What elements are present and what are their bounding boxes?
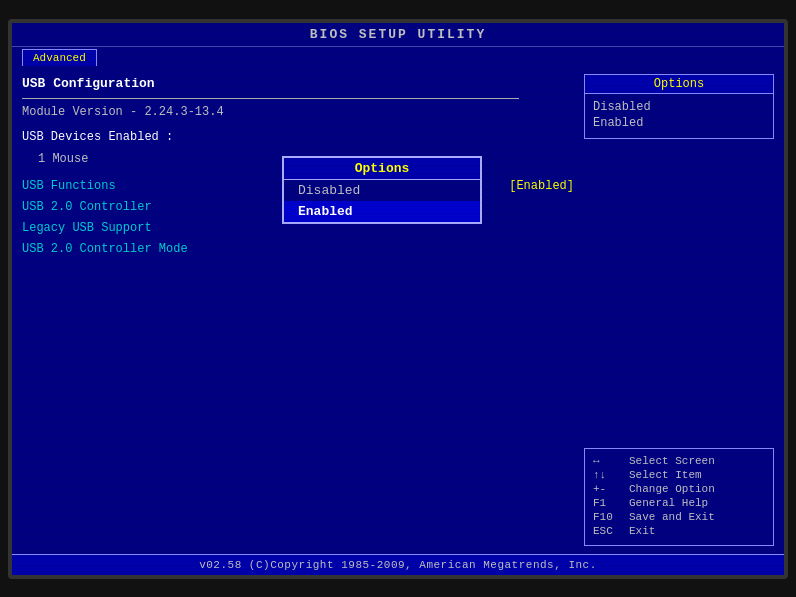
option-disabled: Disabled — [593, 100, 765, 114]
help-desc-select-item: Select Item — [629, 469, 702, 481]
left-panel: USB Configuration Module Version - 2.24.… — [22, 74, 574, 546]
help-general-help: F1 General Help — [593, 497, 765, 509]
usb-devices-label: USB Devices Enabled : — [22, 128, 574, 147]
help-desc-select-screen: Select Screen — [629, 455, 715, 467]
help-select-item: ↑↓ Select Item — [593, 469, 765, 481]
popup-option-disabled[interactable]: Disabled — [284, 180, 480, 201]
options-header: Options — [585, 75, 773, 94]
help-select-screen: ↔ Select Screen — [593, 455, 765, 467]
help-desc-esc: Exit — [629, 525, 655, 537]
help-key-updown: ↑↓ — [593, 469, 621, 481]
options-box: Options Disabled Enabled — [584, 74, 774, 139]
help-key-arrows: ↔ — [593, 455, 621, 467]
menu-label-legacy-usb: Legacy USB Support — [22, 219, 152, 238]
menu-value-usb-functions: [Enabled] — [509, 177, 574, 196]
menu-label-usb-functions: USB Functions — [22, 177, 116, 196]
help-save-exit: F10 Save and Exit — [593, 511, 765, 523]
help-change-option: +- Change Option — [593, 483, 765, 495]
popup-overlay: Options Disabled Enabled — [282, 156, 482, 224]
footer-bar: v02.58 (C)Copyright 1985-2009, American … — [12, 554, 784, 575]
menu-row-usb20-mode[interactable]: USB 2.0 Controller Mode — [22, 240, 574, 259]
help-desc-change-option: Change Option — [629, 483, 715, 495]
menu-label-usb20-controller: USB 2.0 Controller — [22, 198, 152, 217]
right-panel: Options Disabled Enabled ↔ Select Screen… — [584, 74, 774, 546]
popup-box: Options Disabled Enabled — [282, 156, 482, 224]
tab-bar: Advanced — [12, 47, 784, 66]
help-desc-general-help: General Help — [629, 497, 708, 509]
bios-title: BIOS SETUP UTILITY — [12, 23, 784, 47]
option-enabled: Enabled — [593, 116, 765, 130]
help-box: ↔ Select Screen ↑↓ Select Item +- Change… — [584, 448, 774, 546]
help-key-plusminus: +- — [593, 483, 621, 495]
help-desc-save-exit: Save and Exit — [629, 511, 715, 523]
help-esc: ESC Exit — [593, 525, 765, 537]
section-title: USB Configuration — [22, 74, 574, 95]
tab-advanced[interactable]: Advanced — [22, 49, 97, 66]
divider — [22, 98, 519, 99]
popup-option-enabled[interactable]: Enabled — [284, 201, 480, 222]
menu-label-usb20-mode: USB 2.0 Controller Mode — [22, 240, 188, 259]
content-area: USB Configuration Module Version - 2.24.… — [12, 66, 784, 554]
options-body: Disabled Enabled — [585, 94, 773, 138]
help-key-f10: F10 — [593, 511, 621, 523]
help-key-f1: F1 — [593, 497, 621, 509]
popup-title: Options — [284, 158, 480, 180]
help-key-esc: ESC — [593, 525, 621, 537]
footer-text: v02.58 (C)Copyright 1985-2009, American … — [199, 559, 597, 571]
module-version: Module Version - 2.24.3-13.4 — [22, 103, 574, 122]
bios-screen: BIOS SETUP UTILITY Advanced USB Configur… — [8, 19, 788, 579]
